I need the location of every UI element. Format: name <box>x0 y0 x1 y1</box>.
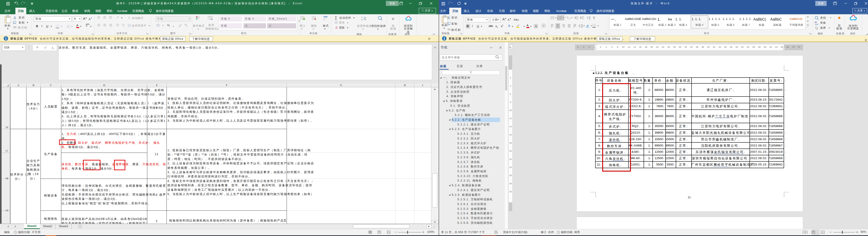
svg-text:A: A <box>361 16 363 18</box>
svg-text:a: a <box>567 17 568 19</box>
svg-text:字: 字 <box>543 25 545 27</box>
svg-text:3: 3 <box>557 18 558 20</box>
svg-text:A: A <box>589 18 590 20</box>
svg-text:i: i <box>568 18 569 20</box>
svg-text:↳ac: ↳ac <box>815 23 819 25</box>
svg-text:x: x <box>53 47 54 49</box>
svg-text:1: 1 <box>565 16 566 18</box>
svg-text:Z: Z <box>361 19 363 21</box>
svg-text:¶: ¶ <box>593 16 595 20</box>
